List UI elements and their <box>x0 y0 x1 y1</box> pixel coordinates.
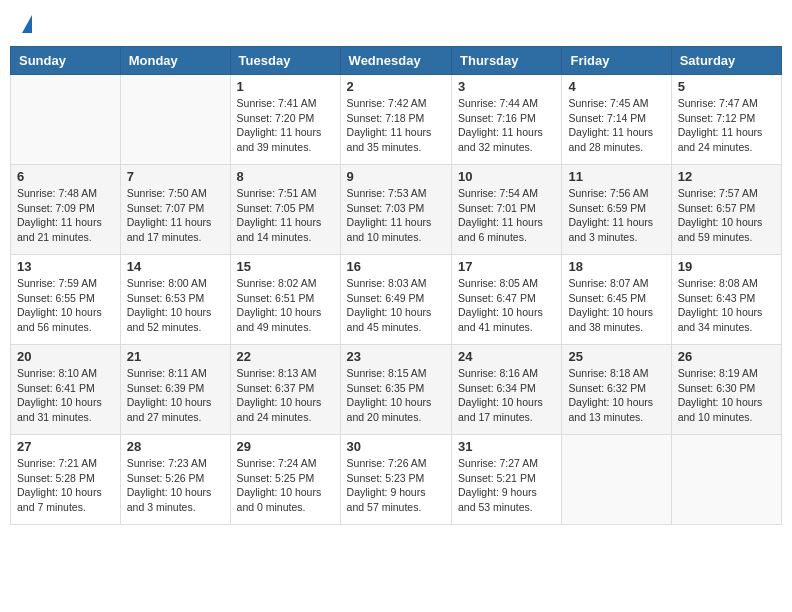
day-info: Sunrise: 8:16 AM Sunset: 6:34 PM Dayligh… <box>458 366 555 425</box>
weekday-header-monday: Monday <box>120 47 230 75</box>
weekday-header-friday: Friday <box>562 47 671 75</box>
day-number: 30 <box>347 439 445 454</box>
day-number: 20 <box>17 349 114 364</box>
day-number: 8 <box>237 169 334 184</box>
calendar-header-row: SundayMondayTuesdayWednesdayThursdayFrid… <box>11 47 782 75</box>
weekday-header-wednesday: Wednesday <box>340 47 451 75</box>
calendar-week-5: 27Sunrise: 7:21 AM Sunset: 5:28 PM Dayli… <box>11 435 782 525</box>
calendar-cell: 30Sunrise: 7:26 AM Sunset: 5:23 PM Dayli… <box>340 435 451 525</box>
day-info: Sunrise: 7:45 AM Sunset: 7:14 PM Dayligh… <box>568 96 664 155</box>
calendar-cell: 17Sunrise: 8:05 AM Sunset: 6:47 PM Dayli… <box>452 255 562 345</box>
day-info: Sunrise: 7:59 AM Sunset: 6:55 PM Dayligh… <box>17 276 114 335</box>
calendar-cell: 20Sunrise: 8:10 AM Sunset: 6:41 PM Dayli… <box>11 345 121 435</box>
day-number: 2 <box>347 79 445 94</box>
calendar-cell: 19Sunrise: 8:08 AM Sunset: 6:43 PM Dayli… <box>671 255 781 345</box>
calendar-week-1: 1Sunrise: 7:41 AM Sunset: 7:20 PM Daylig… <box>11 75 782 165</box>
calendar-cell: 13Sunrise: 7:59 AM Sunset: 6:55 PM Dayli… <box>11 255 121 345</box>
day-info: Sunrise: 8:00 AM Sunset: 6:53 PM Dayligh… <box>127 276 224 335</box>
day-number: 6 <box>17 169 114 184</box>
day-info: Sunrise: 7:50 AM Sunset: 7:07 PM Dayligh… <box>127 186 224 245</box>
day-info: Sunrise: 7:24 AM Sunset: 5:25 PM Dayligh… <box>237 456 334 515</box>
day-info: Sunrise: 7:27 AM Sunset: 5:21 PM Dayligh… <box>458 456 555 515</box>
day-number: 19 <box>678 259 775 274</box>
day-number: 23 <box>347 349 445 364</box>
day-number: 15 <box>237 259 334 274</box>
day-info: Sunrise: 8:05 AM Sunset: 6:47 PM Dayligh… <box>458 276 555 335</box>
calendar-cell: 8Sunrise: 7:51 AM Sunset: 7:05 PM Daylig… <box>230 165 340 255</box>
calendar-cell: 28Sunrise: 7:23 AM Sunset: 5:26 PM Dayli… <box>120 435 230 525</box>
weekday-header-sunday: Sunday <box>11 47 121 75</box>
day-number: 16 <box>347 259 445 274</box>
day-info: Sunrise: 7:23 AM Sunset: 5:26 PM Dayligh… <box>127 456 224 515</box>
day-info: Sunrise: 7:56 AM Sunset: 6:59 PM Dayligh… <box>568 186 664 245</box>
day-info: Sunrise: 7:51 AM Sunset: 7:05 PM Dayligh… <box>237 186 334 245</box>
day-info: Sunrise: 8:10 AM Sunset: 6:41 PM Dayligh… <box>17 366 114 425</box>
calendar-body: 1Sunrise: 7:41 AM Sunset: 7:20 PM Daylig… <box>11 75 782 525</box>
day-info: Sunrise: 7:26 AM Sunset: 5:23 PM Dayligh… <box>347 456 445 515</box>
day-number: 24 <box>458 349 555 364</box>
day-info: Sunrise: 7:48 AM Sunset: 7:09 PM Dayligh… <box>17 186 114 245</box>
day-number: 11 <box>568 169 664 184</box>
calendar-cell: 1Sunrise: 7:41 AM Sunset: 7:20 PM Daylig… <box>230 75 340 165</box>
calendar-cell: 24Sunrise: 8:16 AM Sunset: 6:34 PM Dayli… <box>452 345 562 435</box>
day-number: 25 <box>568 349 664 364</box>
calendar-cell: 18Sunrise: 8:07 AM Sunset: 6:45 PM Dayli… <box>562 255 671 345</box>
calendar-cell: 31Sunrise: 7:27 AM Sunset: 5:21 PM Dayli… <box>452 435 562 525</box>
calendar-cell <box>562 435 671 525</box>
day-info: Sunrise: 7:44 AM Sunset: 7:16 PM Dayligh… <box>458 96 555 155</box>
calendar-cell: 27Sunrise: 7:21 AM Sunset: 5:28 PM Dayli… <box>11 435 121 525</box>
day-number: 9 <box>347 169 445 184</box>
day-number: 27 <box>17 439 114 454</box>
calendar-cell: 15Sunrise: 8:02 AM Sunset: 6:51 PM Dayli… <box>230 255 340 345</box>
day-number: 1 <box>237 79 334 94</box>
day-number: 21 <box>127 349 224 364</box>
day-info: Sunrise: 8:08 AM Sunset: 6:43 PM Dayligh… <box>678 276 775 335</box>
day-number: 26 <box>678 349 775 364</box>
day-info: Sunrise: 8:15 AM Sunset: 6:35 PM Dayligh… <box>347 366 445 425</box>
calendar-cell: 2Sunrise: 7:42 AM Sunset: 7:18 PM Daylig… <box>340 75 451 165</box>
calendar-cell: 3Sunrise: 7:44 AM Sunset: 7:16 PM Daylig… <box>452 75 562 165</box>
weekday-header-saturday: Saturday <box>671 47 781 75</box>
calendar-cell: 14Sunrise: 8:00 AM Sunset: 6:53 PM Dayli… <box>120 255 230 345</box>
day-number: 4 <box>568 79 664 94</box>
calendar-cell: 11Sunrise: 7:56 AM Sunset: 6:59 PM Dayli… <box>562 165 671 255</box>
logo <box>20 15 32 33</box>
calendar-cell: 29Sunrise: 7:24 AM Sunset: 5:25 PM Dayli… <box>230 435 340 525</box>
calendar-cell: 9Sunrise: 7:53 AM Sunset: 7:03 PM Daylig… <box>340 165 451 255</box>
day-number: 17 <box>458 259 555 274</box>
calendar-table: SundayMondayTuesdayWednesdayThursdayFrid… <box>10 46 782 525</box>
day-number: 22 <box>237 349 334 364</box>
calendar-cell: 16Sunrise: 8:03 AM Sunset: 6:49 PM Dayli… <box>340 255 451 345</box>
calendar-cell <box>671 435 781 525</box>
calendar-week-2: 6Sunrise: 7:48 AM Sunset: 7:09 PM Daylig… <box>11 165 782 255</box>
day-info: Sunrise: 8:03 AM Sunset: 6:49 PM Dayligh… <box>347 276 445 335</box>
day-info: Sunrise: 7:41 AM Sunset: 7:20 PM Dayligh… <box>237 96 334 155</box>
day-number: 28 <box>127 439 224 454</box>
calendar-cell: 23Sunrise: 8:15 AM Sunset: 6:35 PM Dayli… <box>340 345 451 435</box>
calendar-cell <box>11 75 121 165</box>
day-number: 10 <box>458 169 555 184</box>
calendar-cell: 25Sunrise: 8:18 AM Sunset: 6:32 PM Dayli… <box>562 345 671 435</box>
day-number: 3 <box>458 79 555 94</box>
weekday-header-thursday: Thursday <box>452 47 562 75</box>
day-info: Sunrise: 7:47 AM Sunset: 7:12 PM Dayligh… <box>678 96 775 155</box>
calendar-cell: 10Sunrise: 7:54 AM Sunset: 7:01 PM Dayli… <box>452 165 562 255</box>
calendar-cell: 6Sunrise: 7:48 AM Sunset: 7:09 PM Daylig… <box>11 165 121 255</box>
calendar-cell: 4Sunrise: 7:45 AM Sunset: 7:14 PM Daylig… <box>562 75 671 165</box>
day-number: 18 <box>568 259 664 274</box>
weekday-header-tuesday: Tuesday <box>230 47 340 75</box>
day-info: Sunrise: 7:42 AM Sunset: 7:18 PM Dayligh… <box>347 96 445 155</box>
day-number: 13 <box>17 259 114 274</box>
day-number: 12 <box>678 169 775 184</box>
day-info: Sunrise: 7:21 AM Sunset: 5:28 PM Dayligh… <box>17 456 114 515</box>
day-info: Sunrise: 8:02 AM Sunset: 6:51 PM Dayligh… <box>237 276 334 335</box>
day-number: 5 <box>678 79 775 94</box>
calendar-cell: 12Sunrise: 7:57 AM Sunset: 6:57 PM Dayli… <box>671 165 781 255</box>
calendar-week-4: 20Sunrise: 8:10 AM Sunset: 6:41 PM Dayli… <box>11 345 782 435</box>
calendar-cell: 5Sunrise: 7:47 AM Sunset: 7:12 PM Daylig… <box>671 75 781 165</box>
page-header <box>10 10 782 38</box>
day-number: 29 <box>237 439 334 454</box>
calendar-week-3: 13Sunrise: 7:59 AM Sunset: 6:55 PM Dayli… <box>11 255 782 345</box>
day-info: Sunrise: 7:53 AM Sunset: 7:03 PM Dayligh… <box>347 186 445 245</box>
calendar-cell: 22Sunrise: 8:13 AM Sunset: 6:37 PM Dayli… <box>230 345 340 435</box>
